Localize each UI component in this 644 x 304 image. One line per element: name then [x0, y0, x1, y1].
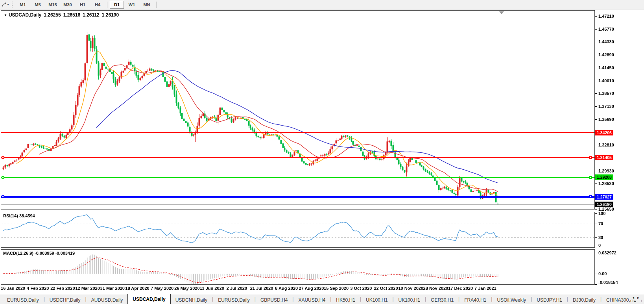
tab-scroll-left-icon[interactable]: ◂ — [632, 295, 637, 300]
price-tick-dash — [595, 29, 597, 30]
macd-tick-label: -0.018154 — [598, 280, 618, 285]
toolbar-separator — [107, 2, 107, 8]
chart-tab-USDCAD-Daily[interactable]: USDCAD,Daily — [127, 294, 170, 304]
timeframe-button-M15[interactable]: M15 — [46, 1, 60, 9]
price-tick-label: 1.40010 — [598, 78, 614, 83]
candlestick-canvas[interactable] — [1, 11, 594, 209]
tab-scroll-right-icon[interactable]: ▸ — [637, 295, 642, 300]
date-axis-label: 31 Mar 2020 — [100, 286, 125, 291]
date-axis-label: 7 Jan 2021 — [474, 286, 496, 291]
rsi-canvas[interactable] — [1, 212, 594, 247]
rsi-tick-dash — [595, 224, 597, 224]
ohlc-close: 1.26190 — [102, 12, 119, 18]
rsi-tick-dash — [595, 213, 597, 214]
chart-tab-EURUSD-Daily[interactable]: EURUSD,Daily — [2, 296, 44, 304]
toolbar-grip[interactable] — [12, 2, 13, 7]
price-tick-label: 1.42890 — [598, 52, 614, 57]
price-tick-label: 1.44330 — [598, 39, 614, 44]
timeframe-button-W1[interactable]: W1 — [125, 1, 139, 9]
mt4-window: ▼ M1M5M15M30H1H4D1W1MN ▼USDCAD,Daily1.26… — [0, 0, 644, 304]
chart-tab-USDCHF-Daily[interactable]: USDCHF,Daily — [45, 296, 85, 304]
chart-tab-EURUSD-Daily[interactable]: EURUSD,Daily — [213, 296, 255, 304]
chart-tab-USOil-Weekly[interactable]: USOil,Weekly — [492, 296, 531, 304]
date-axis-label: 22 Feb 2020 — [50, 286, 75, 291]
macd-panel[interactable]: MACD(12,26,9) -0.003959 -0.003419 — [1, 249, 595, 285]
price-tick-label: 1.38570 — [598, 91, 614, 96]
date-axis-label: 8 Aug 2020 — [275, 286, 298, 291]
rsi-tick-label: 100 — [598, 211, 605, 216]
timeframe-button-M1[interactable]: M1 — [16, 1, 30, 9]
price-level-tag: 1.34206 — [595, 130, 613, 135]
price-tick-dash — [595, 93, 597, 94]
chart-tab-UK100-H1[interactable]: UK100,H1 — [361, 296, 392, 304]
macd-canvas[interactable] — [1, 250, 594, 284]
price-tick-label: 1.29930 — [598, 169, 614, 173]
chart-tab-DJ30-Daily[interactable]: DJ30,Daily — [568, 296, 600, 304]
price-tick-dash — [595, 184, 597, 184]
rsi-tick-label: 70 — [598, 221, 603, 226]
chart-tab-XAUUSD-H4[interactable]: XAUUSD,H4 — [293, 296, 330, 304]
macd-tick-dash — [595, 253, 597, 253]
price-tick-dash — [595, 145, 597, 145]
date-axis-label: 12 Mar 2020 — [75, 286, 100, 291]
chart-tab-USDCNH-Daily[interactable]: USDCNH,Daily — [171, 296, 212, 304]
chart-tab-USDJPY-H1[interactable]: USDJPY,H1 — [532, 296, 566, 304]
timeframe-button-MN[interactable]: MN — [140, 1, 154, 9]
date-axis-label: 10 Nov 2020 — [398, 286, 423, 291]
date-axis-label: 17 Dec 2020 — [448, 286, 473, 291]
timeframe-toolbar: M1M5M15M30H1H4D1W1MN — [15, 1, 159, 9]
price-tick-label: 1.28530 — [598, 181, 614, 186]
macd-tick-label: 0.032972 — [598, 250, 616, 255]
date-axis-label: 16 Jan 2020 — [1, 286, 25, 291]
chart-tab-HK50-H1[interactable]: HK50,H1 — [331, 296, 360, 304]
chart-tab-FRA40-H1[interactable]: FRA40,H1 — [459, 296, 491, 304]
date-axis-label: 28 Nov 2020 — [423, 286, 448, 291]
timeframe-button-M5[interactable]: M5 — [31, 1, 45, 9]
ohlc-open: 1.26255 — [44, 12, 61, 18]
macd-label: MACD(12,26,9) -0.003959 -0.003419 — [3, 251, 75, 256]
rsi-label: RSI(14) 38.4594 — [3, 213, 35, 218]
chart-symbol-label: USDCAD,Daily — [9, 12, 41, 18]
price-tick-dash — [595, 42, 597, 42]
price-tick-dash — [595, 171, 597, 171]
triangle-down-icon[interactable]: ▼ — [4, 13, 7, 17]
date-axis-label: 15 Sep 2020 — [324, 286, 349, 291]
date-axis-label: 7 May 2020 — [151, 286, 173, 291]
price-tick-label: 1.47210 — [598, 14, 614, 19]
price-tick-dash — [595, 81, 597, 81]
current-price-tag: 1.26190 — [595, 202, 613, 207]
price-level-tag: 1.27027 — [595, 194, 613, 200]
date-axis-label: 22 Oct 2020 — [374, 286, 398, 291]
trendline-tool-icon[interactable]: ▼ — [2, 1, 9, 8]
date-axis-label: 27 Aug 2020 — [299, 286, 324, 291]
timeframe-button-H4[interactable]: H4 — [90, 1, 105, 9]
macd-tick-dash — [595, 274, 597, 274]
price-tick-dash — [595, 55, 597, 55]
rsi-panel[interactable]: RSI(14) 38.4594 — [1, 212, 595, 248]
price-tick-label: 1.32810 — [598, 143, 614, 147]
macd-tick-dash — [595, 284, 597, 285]
toolbar: ▼ M1M5M15M30H1H4D1W1MN — [0, 0, 644, 9]
ohlc-high: 1.26516 — [63, 12, 80, 18]
chart-tab-GBPUSD-H4[interactable]: GBPUSD,H4 — [256, 296, 292, 304]
date-axis-label: 2 Jul 2020 — [227, 286, 247, 291]
timeframe-button-H1[interactable]: H1 — [76, 1, 90, 9]
macd-tick-label: 0.00 — [598, 271, 607, 276]
chart-tab-UK100-H1[interactable]: UK100,H1 — [394, 296, 425, 304]
price-chart-panel[interactable]: ▼USDCAD,Daily1.262551.265161.261121.2619… — [1, 10, 595, 209]
chart-tab-AUDUSD-Daily[interactable]: AUDUSD,Daily — [87, 296, 128, 304]
price-level-tag: 1.29208 — [595, 174, 613, 180]
price-tick-dash — [595, 106, 597, 107]
chart-tab-GER30-H1[interactable]: GER30,H1 — [426, 296, 458, 304]
chart-title: ▼USDCAD,Daily1.262551.265161.261121.2619… — [4, 12, 119, 18]
date-axis-label: 4 Feb 2020 — [27, 286, 49, 291]
trendline-tool-glyph — [2, 2, 6, 7]
price-tick-dash — [595, 119, 597, 120]
rsi-tick-label: 0 — [598, 243, 601, 248]
price-tick-dash — [595, 68, 597, 68]
tab-scroll-arrows: ◂▸ — [630, 295, 642, 300]
price-tick-dash — [595, 16, 597, 17]
timeframe-button-D1[interactable]: D1 — [110, 1, 124, 9]
timeframe-button-M30[interactable]: M30 — [61, 1, 75, 9]
price-level-tag: 1.31405 — [595, 155, 613, 160]
